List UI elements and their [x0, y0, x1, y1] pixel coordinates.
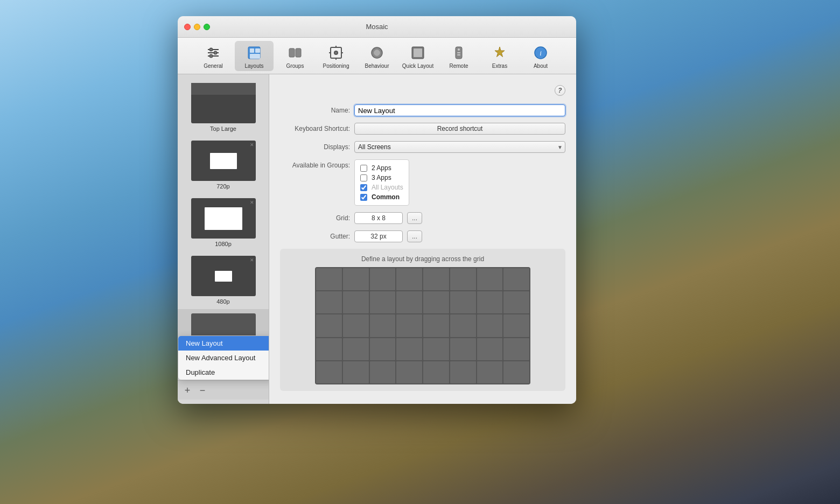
grid-dots-button[interactable]: ... [407, 212, 422, 224]
close-button[interactable] [184, 24, 191, 30]
grid-cell[interactable] [396, 361, 422, 383]
context-menu-item-duplicate[interactable]: Duplicate [178, 365, 269, 380]
toolbar-item-behaviour[interactable]: Behaviour [358, 41, 396, 71]
grid-cell[interactable] [396, 314, 422, 337]
grid-cell[interactable] [477, 291, 503, 313]
sidebar-bottom: + − New Layout New Advanced Layout Dupli… [178, 380, 269, 400]
gutter-input[interactable] [354, 230, 403, 242]
svg-text:i: i [540, 49, 542, 57]
sidebar-label-1080p: 1080p [215, 241, 232, 247]
grid-cell[interactable] [396, 291, 422, 313]
grid-cell[interactable] [343, 338, 369, 360]
svg-rect-23 [457, 52, 460, 53]
grid-cell[interactable] [396, 338, 422, 360]
sidebar-item-top-large[interactable]: Top Large [178, 79, 269, 136]
svg-rect-8 [255, 48, 260, 53]
grid-cell[interactable] [423, 361, 449, 383]
help-button[interactable]: ? [555, 85, 565, 96]
context-menu-item-new-layout[interactable]: New Layout [178, 336, 269, 351]
record-shortcut-button[interactable]: Record shortcut [354, 123, 565, 135]
grid-cell[interactable] [423, 291, 449, 313]
grid-cell[interactable] [423, 338, 449, 360]
sidebar-item-480p[interactable]: ✕ 480p [178, 251, 269, 309]
toolbar-item-about[interactable]: i About [521, 41, 560, 71]
sidebar-item-1080p[interactable]: ✕ 1080p [178, 194, 269, 251]
context-menu-item-new-advanced-layout[interactable]: New Advanced Layout [178, 351, 269, 365]
group-checkbox-common[interactable] [360, 194, 367, 201]
group-row-all-layouts: All Layouts [360, 183, 403, 192]
grid-cell[interactable] [370, 268, 396, 290]
group-checkbox-2apps[interactable] [360, 165, 367, 172]
grid-cell[interactable] [503, 268, 529, 290]
grid-cell[interactable] [370, 338, 396, 360]
layout-preview-480p: ✕ [191, 256, 256, 296]
group-checkbox-all-layouts[interactable] [360, 184, 367, 191]
grid-cell[interactable] [450, 291, 476, 313]
toolbar-item-positioning[interactable]: Positioning [317, 41, 355, 71]
grid-cell[interactable] [343, 291, 369, 313]
grid-cell[interactable] [316, 361, 342, 383]
toolbar-item-groups[interactable]: Groups [276, 41, 314, 71]
about-icon: i [532, 44, 549, 61]
grid-cell[interactable] [316, 338, 342, 360]
remote-icon [450, 44, 467, 61]
grid-cell[interactable] [370, 291, 396, 313]
grid-cell[interactable] [450, 268, 476, 290]
displays-select-wrapper: All Screens Screen 1 Screen 2 ▼ [354, 141, 565, 153]
grid-cell[interactable] [477, 268, 503, 290]
toolbar-label-extras: Extras [492, 63, 507, 69]
toolbar-item-layouts[interactable]: Layouts [235, 41, 274, 71]
grid-cell[interactable] [343, 361, 369, 383]
grid-cell[interactable] [343, 314, 369, 337]
grid-cell[interactable] [370, 361, 396, 383]
group-checkbox-3apps[interactable] [360, 174, 367, 181]
sliders-icon [205, 44, 222, 61]
grid-cell[interactable] [396, 268, 422, 290]
grid-cell[interactable] [503, 361, 529, 383]
sidebar: Top Large ✕ 720p ✕ 1080p [178, 74, 269, 404]
grid-cell[interactable] [316, 291, 342, 313]
grid-cell[interactable] [450, 314, 476, 337]
grid-cell[interactable] [503, 291, 529, 313]
minimize-button[interactable] [194, 24, 200, 30]
group-label-common: Common [372, 193, 400, 201]
gutter-dots-button[interactable]: ... [407, 230, 422, 242]
grid-cell[interactable] [503, 338, 529, 360]
extras-icon [491, 44, 508, 61]
add-layout-button[interactable]: + [182, 386, 193, 395]
grid-cell[interactable] [477, 338, 503, 360]
remove-layout-button[interactable]: − [197, 386, 208, 395]
toolbar-item-quick-layout[interactable]: Quick Layout [398, 41, 437, 71]
toolbar-item-general[interactable]: General [194, 41, 233, 71]
toolbar-label-about: About [534, 63, 548, 69]
grid-cell[interactable] [477, 361, 503, 383]
grid-input[interactable] [354, 212, 403, 224]
name-input[interactable] [354, 104, 565, 116]
grid-cell[interactable] [343, 268, 369, 290]
sidebar-item-720p[interactable]: ✕ 720p [178, 136, 269, 194]
grid-cell[interactable] [370, 314, 396, 337]
displays-select[interactable]: All Screens Screen 1 Screen 2 [354, 141, 565, 153]
grid-cell[interactable] [423, 314, 449, 337]
groups-section: 2 Apps 3 Apps All Layouts Common [354, 159, 409, 206]
fullscreen-button[interactable] [204, 24, 210, 30]
toolbar: General Layouts Groups [178, 38, 576, 74]
grid-cell[interactable] [450, 338, 476, 360]
svg-rect-20 [414, 48, 422, 57]
grid-cell[interactable] [316, 314, 342, 337]
grid-cell[interactable] [450, 361, 476, 383]
quick-layout-icon [409, 44, 426, 61]
grid-cell[interactable] [316, 268, 342, 290]
toolbar-item-extras[interactable]: Extras [480, 41, 519, 71]
grid-canvas[interactable] [315, 267, 530, 384]
main-content: Top Large ✕ 720p ✕ 1080p [178, 74, 576, 404]
groups-icon [286, 44, 304, 61]
grid-cell[interactable] [477, 314, 503, 337]
toolbar-item-remote[interactable]: Remote [439, 41, 478, 71]
grid-cell[interactable] [503, 314, 529, 337]
available-in-groups-row: Available in Groups: 2 Apps 3 Apps All L… [280, 159, 565, 206]
svg-point-3 [214, 51, 217, 54]
svg-point-22 [458, 48, 460, 51]
grid-cell[interactable] [423, 268, 449, 290]
group-label-2apps: 2 Apps [372, 164, 391, 172]
